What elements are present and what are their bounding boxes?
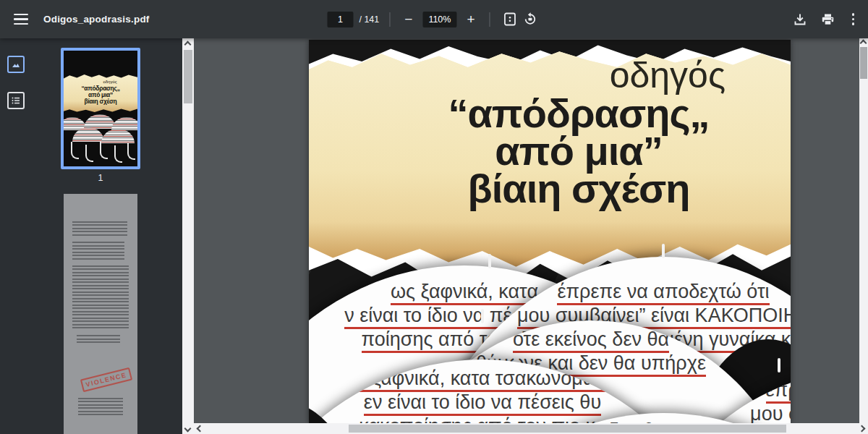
umbrella-stem <box>778 358 780 373</box>
scroll-left-icon[interactable] <box>197 425 204 433</box>
thumbnail-page-1[interactable]: οδηγός “απόδρασης„ από μια” βίαιη σχέση <box>61 48 140 169</box>
umbrella-stem <box>662 244 665 258</box>
sidebar-scrollbar[interactable] <box>182 38 194 434</box>
thumbnail-page-1-label: 1 <box>61 173 140 183</box>
thumbnail-page-2[interactable]: VIOLENCE <box>64 194 137 434</box>
scroll-up-icon[interactable] <box>184 41 192 48</box>
document-title: Odigos_apodrasis.pdf <box>43 14 150 25</box>
horizontal-scrollbar[interactable] <box>194 423 868 434</box>
umbrella-stem <box>481 309 484 323</box>
zoom-level-value[interactable]: 110% <box>422 12 456 27</box>
scroll-up-icon[interactable] <box>860 40 867 47</box>
more-options-icon[interactable] <box>846 9 861 29</box>
outline-view-icon[interactable] <box>7 92 25 109</box>
pdf-toolbar: Odigos_apodrasis.pdf / 141 − 110% + <box>0 0 868 38</box>
rotate-icon[interactable] <box>520 9 541 30</box>
download-icon[interactable] <box>790 9 810 30</box>
sidebar-scrollbar-thumb[interactable] <box>184 50 192 103</box>
main-vertical-scrollbar[interactable] <box>859 38 868 423</box>
fit-page-icon[interactable] <box>501 9 520 30</box>
scroll-down-icon[interactable] <box>184 425 192 433</box>
vertical-scrollbar-thumb[interactable] <box>860 47 867 79</box>
zoom-in-button[interactable]: + <box>462 9 479 29</box>
toolbar-divider <box>490 12 490 27</box>
print-icon[interactable] <box>817 9 838 30</box>
scroll-right-icon[interactable] <box>859 425 866 433</box>
violence-stamp: VIOLENCE <box>80 367 132 392</box>
thumbnails-view-icon[interactable] <box>7 56 25 73</box>
umbrella-stem <box>488 254 491 268</box>
zoom-out-button[interactable]: − <box>400 9 417 29</box>
horizontal-scrollbar-thumb[interactable] <box>349 425 786 433</box>
pdf-page-1: οδηγός “απόδρασης„ από μια” βίαιη σχέση … <box>309 40 791 423</box>
cover-title: οδηγός “απόδρασης„ από μια” βίαιη σχέση <box>401 56 756 208</box>
page-number-input[interactable] <box>327 12 353 27</box>
toolbar-divider <box>389 12 390 27</box>
pdf-viewport: οδηγός “απόδρασης„ από μια” βίαιη σχέση … <box>194 38 859 423</box>
menu-icon[interactable] <box>9 9 33 30</box>
page-count-label: / 141 <box>359 14 379 25</box>
thumbnail-sidebar: οδηγός “απόδρασης„ από μια” βίαιη σχέση … <box>0 38 182 434</box>
